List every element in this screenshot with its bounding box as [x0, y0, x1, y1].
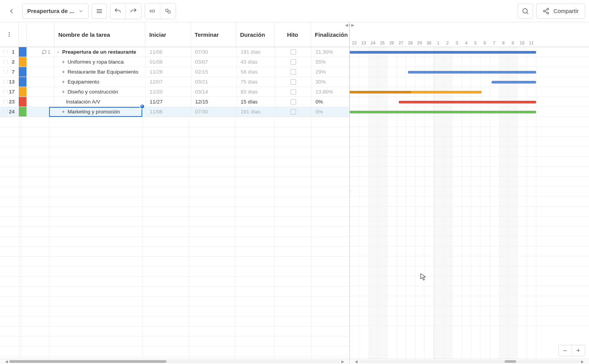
milestone-cell[interactable] — [275, 57, 312, 67]
completion-cell[interactable]: 0% — [312, 97, 349, 107]
row-number[interactable]: ⋮⋮13 — [0, 77, 19, 87]
timeline-body[interactable] — [350, 47, 589, 359]
duration-cell[interactable]: 75 días — [237, 77, 275, 87]
header-duration[interactable]: Duración — [236, 22, 275, 47]
end-cell[interactable]: 02/15 — [191, 67, 237, 77]
start-cell[interactable]: 11/06 — [146, 47, 191, 57]
scroll-right-icon[interactable]: ▶ — [340, 359, 346, 364]
expand-toggle[interactable]: + — [61, 79, 65, 85]
duration-cell[interactable]: 83 días — [237, 87, 275, 97]
duration-cell[interactable]: 58 días — [237, 67, 275, 77]
task-name-cell[interactable]: +Marketing y promoción — [54, 107, 146, 116]
header-start[interactable]: Iniciar — [145, 22, 191, 47]
expand-toggle[interactable]: + — [61, 59, 65, 65]
task-name-cell[interactable]: Instalación A/V — [54, 97, 146, 107]
start-cell[interactable]: 11/06 — [146, 107, 191, 116]
table-hscroll[interactable]: ◀ ▶ — [0, 359, 349, 364]
row-number[interactable]: ⋮⋮17 — [0, 87, 19, 97]
header-milestone[interactable]: Hito — [275, 22, 311, 47]
gantt-bar[interactable] — [350, 111, 536, 113]
drag-handle-icon[interactable]: ⋮⋮ — [2, 99, 8, 104]
completion-cell[interactable]: 30% — [312, 77, 349, 87]
task-name-cell[interactable]: +Uniformes y ropa blanca — [54, 57, 146, 67]
drag-handle-icon[interactable]: ⋮⋮ — [2, 109, 8, 114]
undo-button[interactable] — [110, 3, 126, 19]
zoom-in-button[interactable]: + — [572, 345, 585, 356]
drag-handle-icon[interactable]: ⋮⋮ — [2, 79, 8, 84]
end-cell[interactable]: 03/14 — [191, 87, 237, 97]
milestone-checkbox[interactable] — [291, 49, 296, 55]
outdent-button[interactable] — [145, 3, 160, 19]
milestone-checkbox[interactable] — [291, 59, 296, 65]
gantt-bar[interactable] — [492, 81, 536, 84]
duration-cell[interactable]: 15 días — [237, 97, 275, 107]
gantt-bar[interactable] — [350, 91, 411, 93]
scroll-left-icon[interactable]: ◀ — [354, 359, 359, 364]
table-row[interactable]: ⋮⋮23Instalación A/V11/2712/1515 días0% — [0, 97, 349, 107]
task-name-cell[interactable]: +Equipamiento — [54, 77, 146, 87]
milestone-checkbox[interactable] — [291, 69, 296, 75]
milestone-cell[interactable] — [275, 77, 312, 87]
menu-button[interactable] — [92, 3, 107, 19]
scroll-right-icon[interactable]: ▶ — [580, 359, 585, 364]
table-row[interactable]: ⋮⋮13+Equipamiento12/0703/2175 días30% — [0, 77, 349, 87]
start-cell[interactable]: 12/07 — [146, 77, 191, 87]
row-number[interactable]: ⋮⋮23 — [0, 97, 19, 107]
timeline-hscroll[interactable]: ◀ ▶ — [350, 359, 589, 364]
duration-cell[interactable]: 191 días — [237, 107, 275, 116]
table-row[interactable]: ⋮⋮2+Uniformes y ropa blanca01/0803/0743 … — [0, 57, 349, 67]
end-cell[interactable]: 07/30 — [191, 47, 237, 57]
header-end[interactable]: Terminar — [191, 22, 236, 47]
milestone-cell[interactable] — [275, 107, 312, 116]
task-name-cell[interactable]: +Restaurante Bar Equipamiento — [54, 67, 146, 77]
header-name[interactable]: Nombre de la tarea — [54, 22, 145, 47]
start-cell[interactable]: 01/08 — [146, 57, 191, 67]
completion-cell[interactable]: 29% — [312, 67, 349, 77]
table-row[interactable]: ⋮⋮24+Marketing y promoción11/0607/30191 … — [0, 107, 349, 117]
duration-cell[interactable]: 191 días — [237, 47, 275, 57]
completion-cell[interactable]: 13.80% — [312, 87, 349, 97]
expand-toggle[interactable]: - — [56, 49, 60, 55]
table-row[interactable]: ⋮⋮17+Diseño y construcción11/2003/1483 d… — [0, 87, 349, 97]
milestone-checkbox[interactable] — [291, 79, 296, 85]
milestone-checkbox[interactable] — [291, 99, 296, 105]
table-row[interactable]: ⋮⋮11-Preapertura de un restaurante11/060… — [0, 47, 349, 57]
milestone-cell[interactable] — [275, 67, 312, 77]
search-button[interactable] — [518, 3, 533, 19]
end-cell[interactable]: 03/21 — [191, 77, 237, 87]
completion-cell[interactable]: 55% — [312, 57, 349, 67]
header-completion[interactable]: Finalización — [311, 22, 349, 47]
start-cell[interactable]: 11/28 — [146, 67, 191, 77]
duration-cell[interactable]: 43 días — [237, 57, 275, 67]
share-button[interactable]: Compartir — [536, 3, 585, 19]
end-cell[interactable]: 07/30 — [191, 107, 237, 116]
start-cell[interactable]: 11/20 — [146, 87, 191, 97]
timeline-nav[interactable]: ◀•▶ — [345, 23, 354, 27]
redo-button[interactable] — [126, 3, 141, 19]
comment-icon[interactable]: 1 — [41, 49, 50, 55]
table-row[interactable]: ⋮⋮7+Restaurante Bar Equipamiento11/2802/… — [0, 67, 349, 77]
gantt-bar[interactable] — [408, 71, 536, 74]
scroll-left-icon[interactable]: ◀ — [4, 359, 9, 364]
milestone-cell[interactable] — [275, 97, 312, 107]
expand-toggle[interactable]: + — [61, 69, 65, 75]
completion-cell[interactable]: 0% — [312, 107, 349, 116]
document-title-dropdown[interactable]: Preapertura de ... — [22, 3, 89, 19]
back-button[interactable] — [4, 3, 19, 19]
drag-handle-icon[interactable]: ⋮⋮ — [2, 59, 8, 64]
gantt-bar[interactable] — [399, 101, 536, 103]
expand-toggle[interactable]: + — [61, 109, 65, 115]
row-number[interactable]: ⋮⋮2 — [0, 57, 19, 67]
drag-handle-icon[interactable]: ⋮⋮ — [2, 69, 8, 74]
row-number[interactable]: ⋮⋮7 — [0, 67, 19, 77]
task-name-cell[interactable]: -Preapertura de un restaurante — [54, 47, 146, 57]
drag-handle-icon[interactable]: ⋮⋮ — [2, 49, 8, 54]
milestone-checkbox[interactable] — [291, 109, 296, 115]
completion-cell[interactable]: 21.30% — [312, 47, 349, 57]
gantt-bar[interactable] — [350, 51, 536, 54]
table-body[interactable]: ⋮⋮11-Preapertura de un restaurante11/060… — [0, 47, 349, 359]
start-cell[interactable]: 11/27 — [146, 97, 191, 107]
expand-toggle[interactable]: + — [61, 89, 65, 95]
milestone-cell[interactable] — [275, 47, 312, 57]
milestone-cell[interactable] — [275, 87, 312, 97]
